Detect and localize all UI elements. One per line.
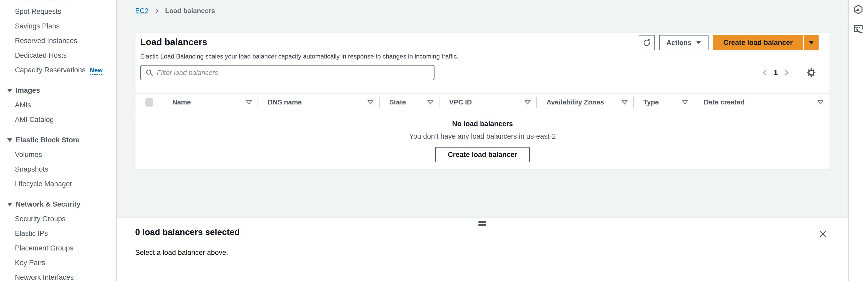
close-icon [818, 230, 827, 239]
main-content: EC2 Load balancers Load balancers Elasti… [117, 0, 848, 281]
column-label: Name [172, 98, 191, 106]
column-header-state[interactable]: State [380, 94, 439, 111]
create-load-balancer-split-button: Create load balancer [713, 35, 818, 50]
sidebar-item-placement-groups[interactable]: Placement Groups [0, 241, 116, 255]
section-label: Elastic Block Store [16, 136, 80, 144]
select-all-checkbox[interactable] [145, 98, 153, 107]
sidebar-item-volumes[interactable]: Volumes [0, 147, 116, 162]
section-label: Network & Security [16, 200, 81, 208]
filter-icon [367, 100, 374, 105]
sidebar-item-ami-catalog[interactable]: AMI Catalog [0, 112, 116, 127]
filter-icon [817, 100, 824, 105]
next-page-button[interactable] [780, 65, 792, 80]
preferences-button[interactable] [804, 65, 818, 80]
right-toolbar [848, 0, 868, 281]
cloudshell-terminal-icon [853, 24, 864, 34]
sidebar-section-elastic-block-store[interactable]: Elastic Block Store [0, 133, 116, 147]
sidebar-item-reserved-instances[interactable]: Reserved Instances [0, 33, 116, 48]
chevron-down-icon [7, 203, 12, 206]
card-actions: Actions Create load balancer [639, 35, 818, 50]
sidebar-item-network-interfaces[interactable]: Network Interfaces [0, 270, 116, 281]
filter-icon [682, 100, 688, 105]
sidebar-item-lifecycle-manager[interactable]: Lifecycle Manager [0, 177, 116, 191]
previous-page-button[interactable] [760, 65, 771, 80]
column-header-date-created[interactable]: Date created [694, 94, 830, 111]
selection-detail-panel: 0 load balancers selected Select a load … [117, 218, 848, 281]
column-header-type[interactable]: Type [634, 94, 694, 111]
divider [798, 64, 798, 81]
column-header-name[interactable]: Name [164, 94, 258, 111]
column-label: Date created [704, 98, 745, 106]
hexagon-service-icon [854, 4, 863, 14]
chevron-down-icon [696, 41, 701, 44]
breadcrumb: EC2 Load balancers [135, 7, 215, 15]
actions-button[interactable]: Actions [659, 35, 709, 50]
sidebar-item-savings-plans[interactable]: Savings Plans [0, 19, 116, 33]
sidebar-item-capacity-reservations[interactable]: Capacity ReservationsNew [0, 63, 116, 77]
sidebar-section-network-security[interactable]: Network & Security [0, 197, 116, 212]
sidebar-item-elastic-ips[interactable]: Elastic IPs [0, 226, 116, 241]
empty-state-title: No load balancers [135, 120, 830, 128]
ec2-sidebar: Launch Templates Spot Requests Savings P… [0, 0, 117, 281]
create-load-balancer-button[interactable]: Create load balancer [713, 35, 803, 50]
sidebar-section-images[interactable]: Images [0, 83, 116, 98]
pagination: 1 [760, 65, 818, 80]
load-balancers-card: Load balancers Elastic Load Balancing sc… [135, 33, 830, 169]
table-header-checkbox-cell [135, 94, 164, 111]
sidebar-item-security-groups[interactable]: Security Groups [0, 212, 116, 226]
split-panel-drag-handle[interactable] [478, 221, 486, 227]
create-load-balancer-menu-button[interactable] [804, 35, 818, 50]
chevron-down-icon [809, 41, 814, 44]
column-header-availability-zones[interactable]: Availability Zones [537, 94, 634, 111]
column-label: VPC ID [449, 98, 472, 106]
filter-icon [427, 100, 434, 105]
gear-icon [806, 67, 817, 78]
empty-create-load-balancer-button[interactable]: Create load balancer [435, 147, 530, 162]
close-panel-button[interactable] [817, 229, 828, 239]
filter-icon [621, 100, 628, 105]
sidebar-item-cutoff[interactable]: Launch Templates [15, 0, 72, 2]
section-label: Images [16, 86, 40, 95]
sidebar-item-key-pairs[interactable]: Key Pairs [0, 255, 116, 270]
ec2-console-page: Launch Templates Spot Requests Savings P… [0, 0, 868, 281]
column-header-vpc-id[interactable]: VPC ID [439, 94, 537, 111]
breadcrumb-ec2-link[interactable]: EC2 [135, 7, 149, 15]
filter-input[interactable] [157, 69, 429, 77]
sidebar-item-spot-requests[interactable]: Spot Requests [0, 4, 116, 19]
sidebar-item-amis[interactable]: AMIs [0, 98, 116, 112]
filter-icon [246, 100, 252, 105]
filter-field [140, 65, 435, 80]
breadcrumb-current: Load balancers [165, 7, 215, 15]
refresh-icon [642, 38, 651, 47]
sidebar-item-dedicated-hosts[interactable]: Dedicated Hosts [0, 48, 116, 63]
new-badge: New [90, 67, 102, 75]
sidebar-item-label: Capacity Reservations [15, 66, 86, 74]
sidebar-item-snapshots[interactable]: Snapshots [0, 162, 116, 177]
empty-state-message: You don’t have any load balancers in us-… [135, 132, 830, 141]
selection-panel-title: 0 load balancers selected [135, 227, 240, 237]
empty-state: No load balancers You don’t have any loa… [135, 120, 830, 162]
chevron-down-icon [7, 89, 12, 92]
drag-handle-bar [478, 221, 486, 223]
column-header-dns-name[interactable]: DNS name [258, 94, 380, 111]
selection-panel-message: Select a load balancer above. [135, 249, 228, 257]
column-label: State [389, 98, 406, 106]
refresh-button[interactable] [639, 35, 655, 50]
drag-handle-bar [478, 224, 486, 226]
chevron-down-icon [7, 138, 12, 142]
chevron-right-icon [154, 8, 160, 14]
column-label: Type [643, 98, 659, 106]
page-number[interactable]: 1 [774, 68, 778, 77]
table-header-row: Name DNS name State VPC ID Availability … [135, 93, 830, 111]
search-icon [145, 69, 153, 76]
column-label: Availability Zones [547, 98, 604, 106]
cloudshell-button[interactable] [849, 19, 868, 38]
service-hexagon-button[interactable] [849, 0, 868, 19]
page-description: Elastic Load Balancing scales your load … [140, 53, 459, 60]
sidebar-nav: Spot Requests Savings Plans Reserved Ins… [0, 4, 116, 281]
filter-icon [524, 100, 531, 105]
actions-button-label: Actions [666, 39, 691, 47]
page-title: Load balancers [140, 37, 207, 47]
column-label: DNS name [268, 98, 302, 106]
